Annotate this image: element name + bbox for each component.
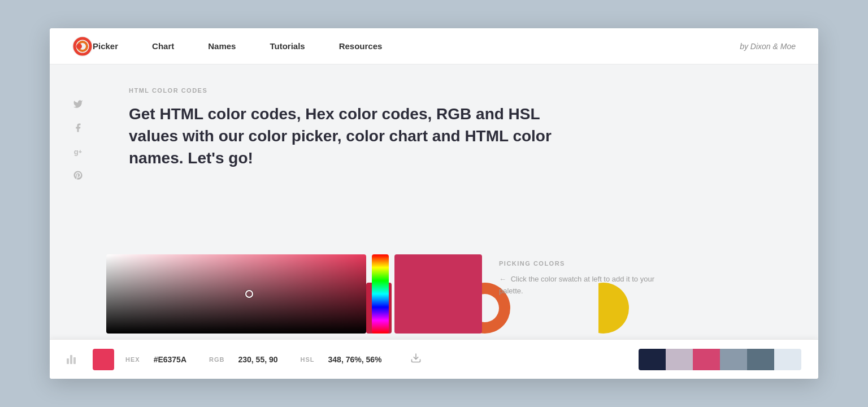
svg-point-3 xyxy=(76,44,82,49)
navbar: Picker Chart Names Tutorials Resources b… xyxy=(50,28,818,64)
hsl-label: HSL xyxy=(301,356,315,363)
nav-resources[interactable]: Resources xyxy=(339,41,383,51)
bars-chart-icon[interactable] xyxy=(67,355,76,364)
picking-title: PICKING COLORS xyxy=(499,260,657,267)
nav-links: Picker Chart Names Tutorials Resources xyxy=(93,41,740,51)
palette-swatch-1[interactable] xyxy=(639,349,666,370)
download-icon[interactable] xyxy=(410,352,422,366)
palette-swatch-6[interactable] xyxy=(774,349,801,370)
palette-swatch-4[interactable] xyxy=(720,349,747,370)
picker-cursor[interactable] xyxy=(245,290,253,298)
twitter-icon[interactable] xyxy=(72,98,84,110)
logo[interactable] xyxy=(72,36,93,57)
palette-swatch-2[interactable] xyxy=(666,349,693,370)
rgb-value: 230, 55, 90 xyxy=(238,355,277,364)
nav-credit: by Dixon & Moe xyxy=(740,42,796,51)
social-sidebar: g+ xyxy=(72,98,84,181)
palette-swatch-3[interactable] xyxy=(693,349,720,370)
hero-title: Get HTML color codes, Hex color codes, R… xyxy=(129,103,558,170)
picking-info: PICKING COLORS ← Click the color swatch … xyxy=(499,260,657,339)
hero-section: HTML COLOR CODES Get HTML color codes, H… xyxy=(129,87,558,170)
main-color-swatch[interactable] xyxy=(93,349,114,370)
picker-section: PICKING COLORS ← Click the color swatch … xyxy=(106,249,818,339)
picking-arrow-icon: ← xyxy=(499,275,506,283)
hsl-value: 348, 76%, 56% xyxy=(328,355,382,364)
google-plus-icon[interactable]: g+ xyxy=(72,146,84,157)
nav-picker[interactable]: Picker xyxy=(93,41,118,51)
hex-label: HEX xyxy=(125,356,140,363)
hue-slider[interactable] xyxy=(372,254,389,334)
main-content: g+ HTML COLOR CODES Get HTML color codes… xyxy=(50,64,818,379)
color-gradient-picker[interactable] xyxy=(106,254,366,334)
nav-tutorials[interactable]: Tutorials xyxy=(270,41,305,51)
color-preview-box xyxy=(394,254,482,334)
hex-value: #E6375A xyxy=(154,355,186,364)
nav-chart[interactable]: Chart xyxy=(152,41,174,51)
palette-swatches xyxy=(639,349,801,370)
nav-names[interactable]: Names xyxy=(208,41,236,51)
pinterest-icon[interactable] xyxy=(72,170,84,181)
picking-desc: ← Click the color swatch at left to add … xyxy=(499,274,657,297)
rgb-label: RGB xyxy=(209,356,224,363)
facebook-icon[interactable] xyxy=(72,122,84,133)
bottom-toolbar: HEX #E6375A RGB 230, 55, 90 HSL 348, 76%… xyxy=(50,339,818,379)
palette-swatch-5[interactable] xyxy=(747,349,774,370)
hero-label: HTML COLOR CODES xyxy=(129,87,558,94)
browser-window: Picker Chart Names Tutorials Resources b… xyxy=(50,28,818,379)
